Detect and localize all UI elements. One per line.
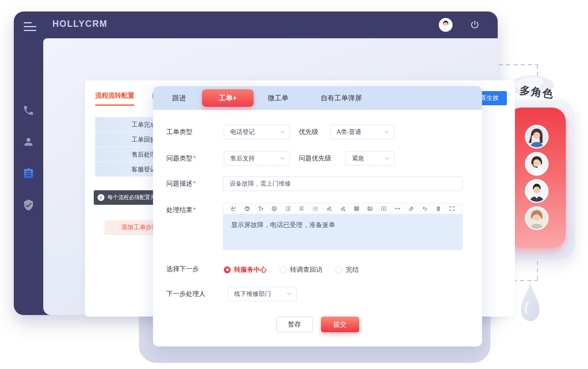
tab-process-flow-config[interactable]: 流程流转配置 bbox=[95, 91, 134, 106]
next-handler-label: 下一步处理人 bbox=[166, 287, 205, 301]
issue-type-value: 售后支持 bbox=[230, 155, 255, 163]
radio-icon bbox=[336, 266, 342, 273]
next-handler-value: 线下维修部门 bbox=[234, 290, 271, 298]
chevron-down-icon bbox=[280, 131, 285, 134]
result-rich-editor[interactable]: 显示屏故障，电话已受理，准备派单 bbox=[223, 203, 463, 250]
phone-icon[interactable] bbox=[23, 104, 34, 116]
issue-priority-label: 问题优先级 bbox=[299, 151, 331, 166]
avatar-agent-headset bbox=[525, 152, 549, 176]
issue-desc-input[interactable] bbox=[223, 176, 463, 191]
list-icon[interactable] bbox=[312, 206, 319, 212]
image-icon[interactable] bbox=[367, 206, 373, 212]
brand-logo: HOLLYCRM bbox=[52, 19, 108, 29]
priority-select[interactable]: A类-普通 bbox=[330, 125, 394, 139]
workorder-clipboard-icon[interactable] bbox=[23, 168, 34, 180]
issue-type-label: 问题类型* bbox=[166, 151, 196, 166]
avatar-agent-male bbox=[525, 179, 549, 203]
workorder-modal: 跟进 工单+ 微工单 自有工单弹屏 工单类型 电话登记 优先级 A类-普通 问题… bbox=[153, 86, 482, 346]
priority-value: A类-普通 bbox=[337, 128, 361, 136]
next-handler-select[interactable]: 线下维修部门 bbox=[228, 287, 296, 301]
table-icon[interactable] bbox=[353, 206, 360, 212]
radio-selected-icon bbox=[224, 266, 231, 273]
modal-tab-bar: 跟进 工单+ 微工单 自有工单弹屏 bbox=[153, 86, 482, 110]
undo-icon[interactable] bbox=[422, 206, 428, 212]
radio-transfer-survey-callback[interactable]: 转调查回访 bbox=[280, 265, 323, 274]
font-style-icon[interactable] bbox=[230, 206, 236, 212]
palette-icon[interactable] bbox=[244, 206, 250, 212]
modal-tab-micro-workorder[interactable]: 微工单 bbox=[268, 86, 288, 110]
teardrop-decoration bbox=[516, 279, 543, 332]
align-icon[interactable] bbox=[298, 206, 305, 212]
save-draft-button[interactable]: 暂存 bbox=[276, 317, 313, 332]
chevron-down-icon bbox=[384, 131, 389, 134]
order-type-label: 工单类型 bbox=[166, 125, 192, 139]
next-step-radio-group: 转服务中心 转调查回访 完结 bbox=[224, 265, 359, 274]
user-avatar[interactable] bbox=[439, 18, 453, 32]
multi-role-panel bbox=[508, 108, 566, 248]
next-step-label: 选择下一步 bbox=[166, 262, 199, 276]
chevron-down-icon bbox=[280, 157, 285, 160]
order-type-value: 电话登记 bbox=[230, 128, 255, 136]
remove-link-icon[interactable] bbox=[339, 206, 346, 212]
result-editor-content[interactable]: 显示屏故障，电话已受理，准备派单 bbox=[223, 214, 462, 250]
submit-button[interactable]: 提交 bbox=[321, 317, 359, 332]
eraser-icon[interactable] bbox=[408, 206, 414, 212]
fullscreen-icon[interactable] bbox=[449, 206, 455, 212]
power-icon[interactable] bbox=[469, 20, 480, 30]
chevron-down-icon bbox=[385, 157, 389, 160]
avatar-stack bbox=[508, 125, 566, 230]
emoji-icon[interactable] bbox=[271, 206, 278, 212]
radio-finish[interactable]: 完结 bbox=[336, 265, 359, 274]
divider-icon[interactable] bbox=[394, 206, 401, 212]
security-shield-icon[interactable] bbox=[23, 199, 34, 211]
font-family-icon[interactable] bbox=[257, 206, 264, 212]
modal-tab-own-popup[interactable]: 自有工单弹屏 bbox=[321, 86, 362, 110]
modal-footer: 暂存 提交 bbox=[153, 317, 482, 332]
priority-label: 优先级 bbox=[299, 125, 318, 139]
radio-icon bbox=[280, 266, 287, 273]
menu-icon[interactable] bbox=[24, 22, 37, 32]
issue-priority-value: 紧急 bbox=[352, 155, 364, 163]
chevron-down-icon bbox=[287, 292, 292, 296]
screen: 多角色 bbox=[0, 0, 588, 369]
editor-toolbar bbox=[223, 203, 462, 214]
indent-icon[interactable] bbox=[285, 206, 291, 212]
order-type-select[interactable]: 电话登记 bbox=[224, 125, 290, 139]
modal-tab-follow-up[interactable]: 跟进 bbox=[172, 86, 186, 110]
exclamation-icon: ! bbox=[98, 194, 104, 201]
radio-transfer-service-center[interactable]: 转服务中心 bbox=[224, 265, 267, 274]
issue-desc-label: 问题描述* bbox=[166, 176, 196, 191]
avatar-agent-female-2 bbox=[525, 206, 549, 230]
contact-icon[interactable] bbox=[23, 136, 34, 148]
issue-type-select[interactable]: 售后支持 bbox=[224, 151, 290, 166]
delete-icon[interactable] bbox=[435, 206, 442, 212]
modal-tab-workorder-active[interactable]: 工单+ bbox=[202, 89, 254, 107]
video-icon[interactable] bbox=[381, 206, 387, 212]
avatar-agent-female-1 bbox=[525, 125, 549, 149]
insert-link-icon[interactable] bbox=[326, 206, 332, 212]
issue-priority-select[interactable]: 紧急 bbox=[345, 151, 394, 166]
result-label: 处理结果* bbox=[166, 203, 196, 217]
